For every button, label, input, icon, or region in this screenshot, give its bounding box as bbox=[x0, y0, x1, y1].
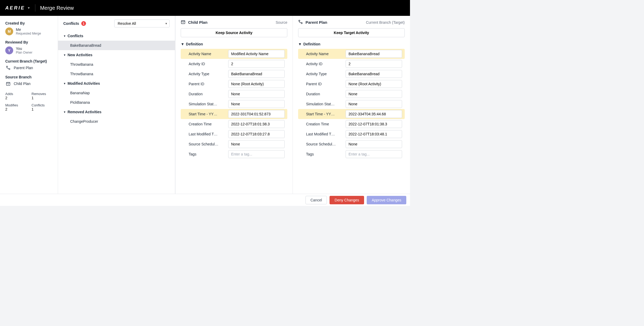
field-row: Tags bbox=[298, 149, 405, 159]
modifies-value: 2 bbox=[5, 107, 26, 111]
reviewed-by-user[interactable]: Y You Plan Owner bbox=[5, 46, 53, 54]
conflicts-label: Conflicts bbox=[32, 103, 53, 107]
target-col-title: Parent Plan bbox=[306, 20, 327, 25]
field-input[interactable] bbox=[228, 120, 285, 128]
avatar: M bbox=[5, 27, 13, 35]
field-input[interactable] bbox=[346, 100, 402, 108]
section-header[interactable]: ▼New Activities bbox=[58, 50, 175, 60]
current-branch-name: Parent Plan bbox=[14, 66, 33, 70]
field-input[interactable] bbox=[228, 150, 285, 158]
field-input[interactable] bbox=[346, 150, 402, 158]
cancel-button[interactable]: Cancel bbox=[306, 196, 327, 204]
field-label: Activity Type bbox=[189, 72, 226, 76]
svg-point-4 bbox=[299, 20, 300, 21]
field-input[interactable] bbox=[228, 60, 285, 68]
field-input[interactable] bbox=[346, 50, 402, 58]
target-column: Parent Plan Current Branch (Target) Keep… bbox=[293, 16, 410, 194]
field-label: Parent ID bbox=[189, 82, 226, 86]
field-label: Tags bbox=[306, 152, 343, 156]
section-title: New Activities bbox=[68, 53, 92, 57]
source-branch-row[interactable]: Child Plan bbox=[5, 81, 53, 86]
chevron-down-icon: ▼ bbox=[27, 6, 30, 10]
field-row: Creation Time bbox=[181, 119, 287, 129]
resolve-all-select[interactable]: Resolve All bbox=[114, 20, 170, 27]
field-input[interactable] bbox=[228, 80, 285, 88]
conflicts-title: Conflicts 1 bbox=[63, 21, 86, 26]
list-item[interactable]: BananaNap bbox=[58, 88, 175, 98]
section-title: Modified Activities bbox=[68, 81, 100, 86]
section-header[interactable]: ▼Conflicts bbox=[58, 31, 175, 41]
source-branch-section: Source Branch Child Plan bbox=[5, 75, 53, 86]
footer: Cancel Deny Changes Approve Changes bbox=[0, 194, 410, 206]
field-input[interactable] bbox=[346, 60, 402, 68]
target-definition-section: ▼ Definition Activity NameActivity IDAct… bbox=[298, 40, 405, 194]
field-label: Activity ID bbox=[306, 62, 343, 66]
source-branch-name: Child Plan bbox=[14, 82, 31, 86]
current-branch-row[interactable]: Parent Plan bbox=[5, 65, 53, 70]
definition-label: Definition bbox=[186, 42, 203, 46]
list-item[interactable]: ThrowBanana bbox=[58, 69, 175, 79]
field-input[interactable] bbox=[228, 140, 285, 148]
definition-header[interactable]: ▼ Definition bbox=[181, 40, 287, 49]
field-label: Duration bbox=[189, 92, 226, 96]
list-item[interactable]: PickBanana bbox=[58, 98, 175, 107]
field-row: Last Modified T… bbox=[181, 129, 287, 139]
field-input[interactable] bbox=[228, 130, 285, 138]
field-input[interactable] bbox=[346, 80, 402, 88]
user-name: You bbox=[16, 46, 32, 51]
field-input[interactable] bbox=[346, 110, 402, 118]
reviewed-by-label: Reviewed By bbox=[5, 40, 53, 44]
field-input[interactable] bbox=[228, 110, 285, 118]
field-label: Parent ID bbox=[306, 82, 343, 86]
stats-grid: Adds 2 Removes 1 Modifies 2 Conflicts 1 bbox=[5, 92, 53, 111]
section-header[interactable]: ▼Removed Activities bbox=[58, 107, 175, 117]
deny-changes-button[interactable]: Deny Changes bbox=[330, 196, 364, 204]
keep-source-button[interactable]: Keep Source Activity bbox=[181, 28, 287, 37]
triangle-down-icon: ▼ bbox=[63, 111, 66, 114]
field-row: Tags bbox=[181, 149, 287, 159]
approve-changes-button[interactable]: Approve Changes bbox=[367, 196, 406, 204]
created-by-user[interactable]: M Me Requested Merge bbox=[5, 27, 53, 35]
field-label: Source Schedul… bbox=[189, 142, 226, 146]
source-col-subtitle: Source bbox=[276, 20, 287, 25]
list-item[interactable]: ChangeProducer bbox=[58, 117, 175, 126]
list-item[interactable]: BakeBananaBread bbox=[58, 41, 175, 50]
field-input[interactable] bbox=[228, 50, 285, 58]
keep-target-button[interactable]: Keep Target Activity bbox=[298, 28, 405, 37]
field-row: Creation Time bbox=[298, 119, 405, 129]
svg-point-5 bbox=[301, 22, 302, 24]
field-label: Creation Time bbox=[189, 122, 226, 126]
list-item[interactable]: ThrowBanana bbox=[58, 60, 175, 69]
adds-label: Adds bbox=[5, 92, 26, 96]
field-input[interactable] bbox=[228, 90, 285, 98]
field-input[interactable] bbox=[228, 100, 285, 108]
header-divider bbox=[35, 4, 35, 12]
triangle-down-icon: ▼ bbox=[181, 42, 184, 46]
field-label: Start Time - YY… bbox=[306, 112, 343, 116]
calendar-add-icon bbox=[181, 20, 185, 25]
field-row: Duration bbox=[181, 89, 287, 99]
field-row: Source Schedul… bbox=[298, 139, 405, 149]
field-row: Parent ID bbox=[298, 79, 405, 89]
field-input[interactable] bbox=[228, 70, 285, 78]
created-by-label: Created By bbox=[5, 21, 53, 25]
conflicts-value: 1 bbox=[32, 107, 53, 111]
field-label: Activity Name bbox=[189, 52, 226, 56]
section-header[interactable]: ▼Modified Activities bbox=[58, 79, 175, 88]
avatar: Y bbox=[5, 46, 13, 54]
field-input[interactable] bbox=[346, 130, 402, 138]
field-input[interactable] bbox=[346, 70, 402, 78]
details-area: Child Plan Source Keep Source Activity ▼… bbox=[175, 16, 410, 194]
logo[interactable]: AERIE ▼ bbox=[5, 5, 30, 11]
reviewed-by-section: Reviewed By Y You Plan Owner bbox=[5, 40, 53, 54]
field-input[interactable] bbox=[346, 140, 402, 148]
adds-value: 2 bbox=[5, 96, 26, 100]
conflicts-badge: 1 bbox=[81, 21, 86, 26]
field-input[interactable] bbox=[346, 90, 402, 98]
field-label: Source Schedul… bbox=[306, 142, 343, 146]
source-column: Child Plan Source Keep Source Activity ▼… bbox=[175, 16, 293, 194]
removes-value: 1 bbox=[32, 96, 53, 100]
field-input[interactable] bbox=[346, 120, 402, 128]
definition-header[interactable]: ▼ Definition bbox=[298, 40, 405, 49]
calendar-add-icon bbox=[5, 81, 11, 86]
